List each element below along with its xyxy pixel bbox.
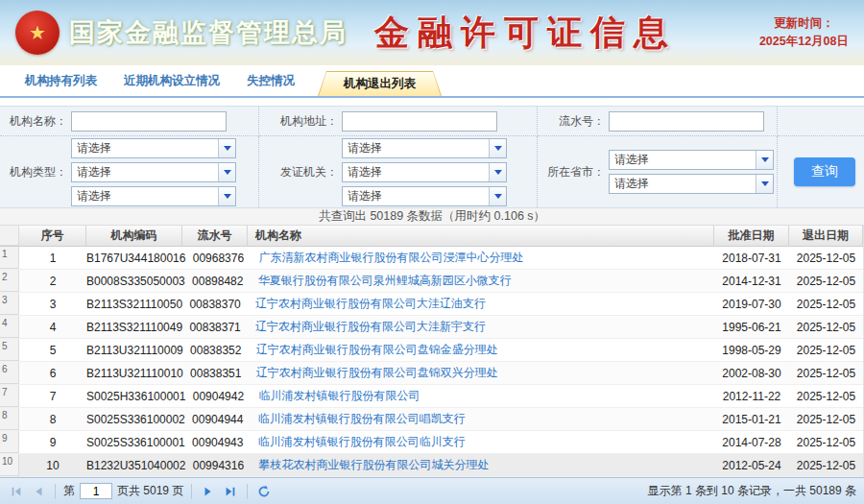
- table-row[interactable]: 55B2113U32111000900838352辽宁农村商业银行股份有限公司盘…: [0, 339, 863, 362]
- org-type-select-3[interactable]: 请选择: [71, 186, 236, 206]
- table-row[interactable]: 22B0008S33505000300898482华夏银行股份有限公司泉州鲤城高…: [0, 270, 863, 293]
- cell-org-name[interactable]: 临川浦发村镇银行股份有限公司唱凯支行: [251, 408, 714, 430]
- cell-org-name[interactable]: 辽宁农村商业银行股份有限公司大洼新宇支行: [248, 316, 714, 338]
- city-select[interactable]: 请选择: [609, 174, 774, 194]
- row-number: 10: [0, 454, 19, 476]
- cell-org-name[interactable]: 广东清新农村商业银行股份有限公司浸潭中心分理处: [251, 247, 714, 269]
- tab-out-of-control[interactable]: 失控情况: [233, 73, 308, 96]
- cell-seq: 7: [19, 385, 86, 407]
- issuer-label: 发证机关：: [267, 164, 338, 180]
- cell-approve-date: 2014-07-28: [714, 431, 789, 453]
- cell-org-name[interactable]: 辽宁农村商业银行股份有限公司盘锦双兴分理处: [249, 362, 714, 384]
- cell-serial: 00838352: [183, 339, 249, 361]
- serial-input[interactable]: [609, 111, 764, 132]
- tab-institution-exit-list[interactable]: 机构退出列表: [318, 71, 442, 96]
- cell-org-code: B0008S335050003: [86, 270, 185, 292]
- table-row[interactable]: 33B2113S32111005000838370辽宁农村商业银行股份有限公司大…: [0, 293, 863, 316]
- page-prefix-label: 第: [63, 483, 75, 499]
- cell-serial: 00838351: [183, 362, 249, 384]
- org-name-link[interactable]: 广东清新农村商业银行股份有限公司浸潭中心分理处: [258, 250, 523, 266]
- table-row[interactable]: 99S0025S33610000100904943临川浦发村镇银行股份有限公司临…: [0, 431, 863, 454]
- table-row[interactable]: 77S0025H33610000100904942临川浦发村镇银行股份有限公司2…: [0, 385, 863, 408]
- chevron-down-icon[interactable]: [218, 163, 235, 181]
- row-number: 7: [0, 385, 19, 407]
- col-header-approve-date[interactable]: 批准日期: [714, 226, 789, 246]
- cell-exit-date: 2025-12-05: [789, 339, 863, 361]
- chevron-down-icon[interactable]: [489, 163, 506, 181]
- issuer-select-2[interactable]: 请选择: [342, 162, 507, 182]
- issuer-select-1[interactable]: 请选择: [342, 138, 507, 158]
- org-name-link[interactable]: 辽宁农村商业银行股份有限公司盘锦金盛分理处: [256, 342, 498, 358]
- col-header-code[interactable]: 机构编码: [86, 226, 182, 246]
- org-name-link[interactable]: 攀枝花农村商业银行股份有限公司城关分理处: [258, 457, 489, 473]
- chevron-down-icon[interactable]: [756, 175, 773, 193]
- query-button[interactable]: 查询: [794, 157, 855, 186]
- cell-approve-date: 1998-05-29: [714, 339, 789, 361]
- province-select[interactable]: 请选择: [609, 150, 774, 170]
- prev-page-icon[interactable]: [30, 483, 47, 500]
- first-page-icon[interactable]: [8, 483, 25, 500]
- cell-exit-date: 2025-12-05: [789, 454, 863, 476]
- site-header: ★ 国家金融监督管理总局 金融许可证信息 更新时间： 2025年12月08日: [0, 0, 864, 65]
- refresh-icon[interactable]: [255, 483, 273, 500]
- update-time-label: 更新时间：: [759, 14, 849, 33]
- row-number: 9: [0, 431, 19, 453]
- row-number: 8: [0, 408, 19, 430]
- tab-recent-establishment[interactable]: 近期机构设立情况: [110, 73, 233, 96]
- table-row[interactable]: 11B1767U34418001600968376广东清新农村商业银行股份有限公…: [0, 247, 863, 270]
- chevron-down-icon[interactable]: [489, 139, 506, 157]
- row-number: 5: [0, 339, 19, 361]
- cell-org-name[interactable]: 华夏银行股份有限公司泉州鲤城高新园区小微支行: [251, 270, 714, 292]
- cell-serial: 00904943: [185, 431, 251, 453]
- next-page-icon[interactable]: [200, 483, 217, 500]
- national-emblem-icon: ★: [15, 11, 60, 55]
- org-name-link[interactable]: 华夏银行股份有限公司泉州鲤城高新园区小微支行: [258, 273, 512, 289]
- page-number-input[interactable]: [80, 483, 112, 499]
- org-type-select-1[interactable]: 请选择: [71, 138, 236, 158]
- org-name-link[interactable]: 辽宁农村商业银行股份有限公司盘锦双兴分理处: [256, 365, 498, 381]
- record-range-status: 显示第 1 条到 10 条记录，一共 50189 条: [648, 483, 856, 499]
- cell-org-name[interactable]: 攀枝花农村商业银行股份有限公司城关分理处: [251, 454, 714, 476]
- table-row[interactable]: 88S0025S33610000200904944临川浦发村镇银行股份有限公司唱…: [0, 408, 863, 431]
- org-addr-input[interactable]: [342, 111, 497, 132]
- org-type-select-2[interactable]: 请选择: [71, 162, 236, 182]
- cell-org-name[interactable]: 临川浦发村镇银行股份有限公司: [251, 385, 714, 407]
- table-row[interactable]: 44B2113S32111004900838371辽宁农村商业银行股份有限公司大…: [0, 316, 863, 339]
- cell-org-name[interactable]: 临川浦发村镇银行股份有限公司临川支行: [251, 431, 714, 453]
- cell-serial: 00898482: [185, 270, 251, 292]
- cell-approve-date: 2012-11-22: [714, 385, 789, 407]
- col-header-seq[interactable]: 序号: [19, 226, 86, 246]
- chevron-down-icon[interactable]: [489, 187, 506, 205]
- page-title: 金融许可证信息: [374, 10, 677, 57]
- org-name-link[interactable]: 临川浦发村镇银行股份有限公司唱凯支行: [258, 411, 466, 427]
- cell-seq: 9: [19, 431, 86, 453]
- org-name-link[interactable]: 临川浦发村镇银行股份有限公司临川支行: [258, 434, 466, 450]
- tab-institution-holdings[interactable]: 机构持有列表: [12, 73, 110, 96]
- cell-org-name[interactable]: 辽宁农村商业银行股份有限公司大洼辽油支行: [248, 293, 714, 315]
- table-row[interactable]: 66B2113U32111001000838351辽宁农村商业银行股份有限公司盘…: [0, 362, 863, 385]
- org-name-link[interactable]: 辽宁农村商业银行股份有限公司大洼新宇支行: [255, 319, 486, 335]
- issuer-select-3[interactable]: 请选择: [342, 186, 507, 206]
- cell-serial: 00994316: [185, 454, 251, 476]
- cell-approve-date: 2015-01-21: [714, 408, 789, 430]
- col-header-serial[interactable]: 流水号: [182, 226, 248, 246]
- org-name-link[interactable]: 临川浦发村镇银行股份有限公司: [258, 388, 420, 404]
- cell-org-code: S0025S336100002: [86, 408, 185, 430]
- org-name-link[interactable]: 辽宁农村商业银行股份有限公司大洼辽油支行: [255, 296, 486, 312]
- chevron-down-icon[interactable]: [218, 139, 235, 157]
- cell-exit-date: 2025-12-05: [789, 293, 863, 315]
- col-header-name[interactable]: 机构名称: [248, 226, 714, 246]
- last-page-icon[interactable]: [222, 483, 239, 500]
- cell-org-name[interactable]: 辽宁农村商业银行股份有限公司盘锦金盛分理处: [249, 339, 714, 361]
- org-type-label: 机构类型：: [8, 164, 67, 180]
- org-name-input[interactable]: [71, 111, 227, 132]
- cell-org-code: S0025H336100001: [86, 385, 185, 407]
- table-row[interactable]: 1010B1232U35104000200994316攀枝花农村商业银行股份有限…: [0, 454, 863, 477]
- cell-org-code: B2113S321110050: [86, 293, 182, 315]
- cell-seq: 4: [19, 316, 86, 338]
- col-header-exit-date[interactable]: 退出日期: [789, 226, 863, 246]
- chevron-down-icon[interactable]: [756, 151, 773, 169]
- chevron-down-icon[interactable]: [218, 187, 235, 205]
- table-body: 11B1767U34418001600968376广东清新农村商业银行股份有限公…: [0, 247, 863, 477]
- cell-seq: 8: [19, 408, 86, 430]
